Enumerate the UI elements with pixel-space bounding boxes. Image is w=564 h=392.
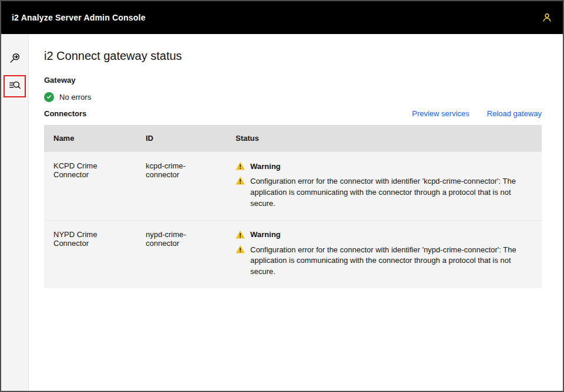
page-title: i2 Connect gateway status [44,49,542,63]
warning-icon [236,176,245,185]
status-label: Warning [250,162,281,171]
sidebar-item-connector-search[interactable] [4,48,26,70]
preview-services-link[interactable]: Preview services [412,109,469,118]
table-header-row: Name ID Status [44,125,542,151]
sidebar [1,34,29,391]
connector-name: KCPD Crime Connector [44,152,136,220]
column-header-id: ID [136,125,226,151]
warning-icon [236,230,245,239]
connectors-table: Name ID Status KCPD Crime Connector kcpd… [44,125,542,288]
connectors-bar: Connectors Preview services Reload gatew… [44,109,542,118]
column-header-status: Status [226,125,542,151]
search-arrow-icon [8,52,21,67]
table-row: KCPD Crime Connector kcpd-crime-connecto… [44,151,542,220]
connector-id: kcpd-crime-connector [136,152,226,220]
column-header-name: Name [44,125,136,151]
search-list-icon [8,79,21,94]
app-window: i2 Analyze Server Admin Console [0,0,564,392]
success-icon [44,92,54,102]
app-header: i2 Analyze Server Admin Console [1,1,563,34]
connector-status: Warning Configuration error for the con [226,221,542,289]
table-row: NYPD Crime Connector nypd-crime-connecto… [44,220,542,289]
connector-status: Warning Configuration error for the con [226,152,542,220]
status-message: Configuration error for the connector wi… [250,176,528,209]
status-message: Configuration error for the connector wi… [250,245,528,278]
warning-icon [236,161,245,171]
gateway-status-text: No errors [59,93,91,102]
gateway-section-label: Gateway [44,76,542,85]
user-icon[interactable] [542,12,552,23]
app-title: i2 Analyze Server Admin Console [12,13,146,22]
connectors-section-label: Connectors [44,109,86,118]
connector-name: NYPD Crime Connector [44,221,136,289]
main-content: i2 Connect gateway status Gateway No err… [29,34,563,391]
connector-id: nypd-crime-connector [136,221,226,289]
sidebar-item-gateway-status[interactable] [4,75,26,97]
reload-gateway-link[interactable]: Reload gateway [487,109,542,118]
gateway-status-row: No errors [44,92,542,102]
warning-icon [236,245,245,254]
status-label: Warning [250,230,281,239]
